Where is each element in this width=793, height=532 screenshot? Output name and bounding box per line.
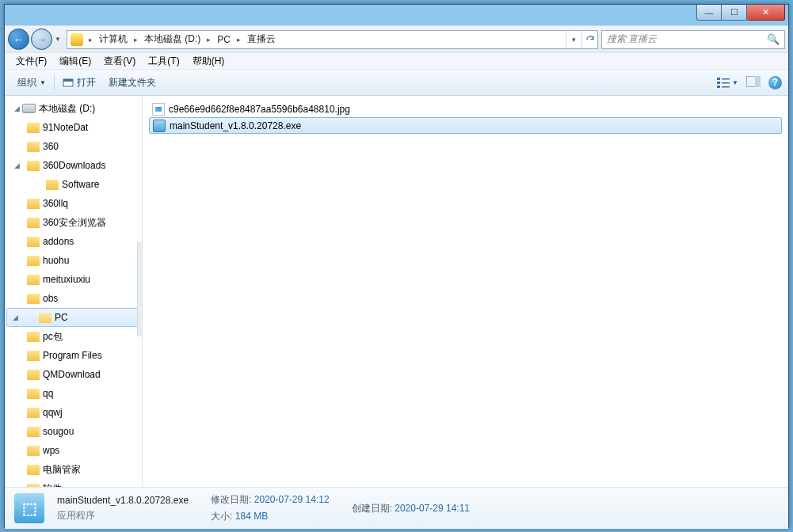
address-bar[interactable]: ▸ 计算机 ▸ 本地磁盘 (D:) ▸ PC ▸ 直播云 ▾ bbox=[67, 30, 598, 49]
tree-item[interactable]: 电脑管家 bbox=[5, 460, 142, 479]
tree-item[interactable]: ◢PC bbox=[6, 308, 140, 327]
new-folder-button[interactable]: 新建文件夹 bbox=[102, 70, 162, 95]
folder-icon bbox=[27, 465, 40, 475]
svg-rect-9 bbox=[755, 76, 761, 87]
tree-item[interactable]: qqwj bbox=[5, 403, 142, 422]
jpg-file-icon bbox=[152, 103, 165, 116]
organize-button[interactable]: 组织 ▼ bbox=[11, 70, 52, 95]
maximize-button[interactable]: ☐ bbox=[722, 5, 747, 21]
tree-item-label: qq bbox=[43, 388, 53, 399]
menu-edit[interactable]: 编辑(E) bbox=[53, 55, 97, 68]
refresh-button[interactable] bbox=[581, 31, 597, 48]
tree-item[interactable]: Program Files bbox=[5, 346, 142, 365]
folder-icon bbox=[71, 33, 83, 46]
minimize-button[interactable]: — bbox=[696, 5, 722, 21]
back-button[interactable] bbox=[8, 28, 29, 50]
chevron-right-icon[interactable]: ▸ bbox=[86, 36, 95, 44]
help-button[interactable]: ? bbox=[768, 76, 782, 89]
tree-item-label: meituxiuxiu bbox=[43, 274, 90, 285]
tree-item[interactable]: addons bbox=[5, 232, 142, 251]
open-button[interactable]: 打开 bbox=[56, 70, 102, 95]
tree-item[interactable]: obs bbox=[5, 289, 142, 308]
address-dropdown[interactable]: ▾ bbox=[566, 31, 581, 48]
collapse-icon[interactable]: ◢ bbox=[14, 162, 20, 169]
folder-icon bbox=[27, 446, 40, 456]
menu-tools[interactable]: 工具(T) bbox=[142, 55, 185, 68]
folder-icon bbox=[27, 408, 40, 418]
menu-view[interactable]: 查看(V) bbox=[97, 55, 142, 68]
svg-rect-2 bbox=[717, 78, 720, 80]
folder-icon bbox=[46, 180, 59, 190]
file-name: mainStudent_v1.8.0.20728.exe bbox=[170, 120, 301, 131]
tree-item-label: 360安全浏览器 bbox=[43, 216, 106, 230]
tree-item[interactable]: 91NoteDat bbox=[5, 118, 142, 137]
folder-icon bbox=[27, 142, 40, 152]
tree-item[interactable]: sougou bbox=[5, 422, 142, 441]
chevron-right-icon[interactable]: ▸ bbox=[234, 36, 243, 44]
file-list[interactable]: c9e66e9d662f8e8487aa5596b6a48810.jpgmain… bbox=[143, 96, 788, 487]
tree-item[interactable]: qq bbox=[5, 384, 142, 403]
file-item[interactable]: mainStudent_v1.8.0.20728.exe bbox=[149, 117, 782, 134]
details-size: 184 MB bbox=[235, 511, 268, 522]
search-icon[interactable]: 🔍 bbox=[767, 33, 780, 45]
menu-help[interactable]: 帮助(H) bbox=[186, 55, 231, 68]
tree-item[interactable]: 软件 bbox=[5, 479, 142, 487]
folder-icon bbox=[27, 218, 40, 228]
nav-history-dropdown[interactable]: ▼ bbox=[52, 31, 63, 48]
tree-item[interactable]: wps bbox=[5, 441, 142, 460]
tree-item-label: 91NoteDat bbox=[43, 122, 88, 133]
chevron-right-icon[interactable]: ▸ bbox=[204, 36, 213, 44]
tree-item-label: obs bbox=[43, 293, 58, 304]
details-filename: mainStudent_v1.8.0.20728.exe bbox=[57, 495, 189, 506]
navigation-tree[interactable]: ◢ 本地磁盘 (D:) 91NoteDat360◢360DownloadsSof… bbox=[5, 96, 143, 487]
file-type-icon: ⬚ bbox=[14, 493, 44, 523]
view-icon bbox=[717, 77, 730, 88]
drive-icon bbox=[22, 104, 36, 113]
tree-item[interactable]: 360安全浏览器 bbox=[5, 213, 142, 232]
tree-item[interactable]: Software bbox=[5, 175, 142, 194]
folder-icon bbox=[27, 484, 40, 488]
tree-item-label: huohu bbox=[43, 255, 69, 266]
breadcrumb-folder[interactable]: 直播云 bbox=[243, 31, 280, 48]
folder-icon bbox=[27, 294, 40, 304]
tree-item[interactable]: 360 bbox=[5, 137, 142, 156]
tree-item-label: Program Files bbox=[43, 350, 102, 361]
titlebar[interactable]: — ☐ ✕ bbox=[5, 5, 788, 25]
folder-icon bbox=[27, 370, 40, 380]
folder-icon bbox=[27, 161, 40, 171]
folder-icon bbox=[27, 389, 40, 399]
collapse-icon[interactable]: ◢ bbox=[13, 314, 18, 321]
tree-item-label: 360Downloads bbox=[43, 160, 105, 171]
breadcrumb-drive[interactable]: 本地磁盘 (D:) bbox=[140, 31, 204, 48]
breadcrumb-computer[interactable]: 计算机 bbox=[95, 31, 132, 48]
close-button[interactable]: ✕ bbox=[747, 5, 785, 21]
tree-item[interactable]: 360llq bbox=[5, 194, 142, 213]
file-item[interactable]: c9e66e9d662f8e8487aa5596b6a48810.jpg bbox=[149, 101, 782, 117]
tree-item-label: 电脑管家 bbox=[43, 463, 81, 477]
search-box[interactable]: 搜索 直播云 🔍 bbox=[601, 30, 785, 49]
tree-item[interactable]: pc包 bbox=[5, 327, 142, 346]
breadcrumb-folder[interactable]: PC bbox=[213, 31, 234, 48]
svg-rect-6 bbox=[722, 82, 730, 84]
file-name: c9e66e9d662f8e8487aa5596b6a48810.jpg bbox=[169, 104, 350, 115]
tree-scrollbar[interactable] bbox=[137, 241, 142, 336]
svg-rect-1 bbox=[63, 79, 73, 82]
preview-icon bbox=[746, 76, 761, 87]
tree-item[interactable]: huohu bbox=[5, 251, 142, 270]
tree-item-label: 360llq bbox=[43, 198, 68, 209]
folder-icon bbox=[27, 237, 40, 247]
preview-pane-button[interactable] bbox=[746, 76, 761, 89]
tree-item[interactable]: ◢360Downloads bbox=[5, 156, 142, 175]
view-options-button[interactable]: ▼ bbox=[717, 77, 738, 88]
menu-file[interactable]: 文件(F) bbox=[10, 55, 53, 68]
collapse-icon[interactable]: ◢ bbox=[14, 104, 20, 112]
chevron-right-icon[interactable]: ▸ bbox=[132, 36, 140, 44]
details-created: 2020-07-29 14:11 bbox=[395, 503, 470, 514]
tree-item[interactable]: QMDownload bbox=[5, 365, 142, 384]
forward-button[interactable] bbox=[31, 28, 52, 50]
tree-item-label: addons bbox=[43, 236, 74, 247]
tree-item[interactable]: meituxiuxiu bbox=[5, 270, 142, 289]
search-placeholder: 搜索 直播云 bbox=[607, 32, 767, 46]
tree-drive-root[interactable]: ◢ 本地磁盘 (D:) bbox=[5, 99, 142, 118]
details-filetype: 应用程序 bbox=[57, 509, 189, 522]
